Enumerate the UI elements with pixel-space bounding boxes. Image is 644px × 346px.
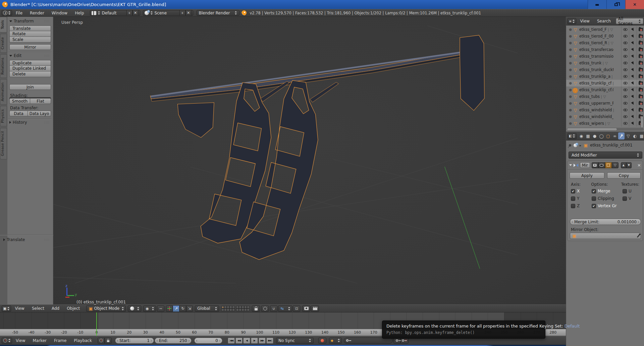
viewport-shading-select[interactable]	[128, 305, 141, 312]
layer-cell[interactable]	[224, 306, 227, 308]
delete-scene-button[interactable]: ✕	[185, 10, 192, 16]
axis-y-checkbox[interactable]	[571, 196, 575, 201]
shelf-tab-animation[interactable]: Animation	[0, 79, 7, 105]
expand-icon[interactable]: ⊕	[569, 61, 573, 65]
outliner-item-etkss_windshield[interactable]: ⊕▽etkss_windshield|	[566, 107, 644, 113]
translate-button[interactable]: Translate	[9, 25, 51, 31]
expand-icon[interactable]: ⊕	[569, 121, 573, 126]
outliner-item-etkss_trunk_ducktail[interactable]: ⊕▽etkss_trunk_ducktail	[566, 66, 644, 73]
visibility-toggle[interactable]	[621, 113, 629, 120]
renderability-toggle[interactable]	[637, 40, 644, 46]
world-tab[interactable]: ◯	[598, 132, 604, 139]
visibility-toggle[interactable]	[621, 53, 629, 60]
selectability-toggle[interactable]	[629, 120, 637, 127]
renderability-toggle[interactable]	[637, 60, 644, 66]
layers-grid-2[interactable]	[236, 306, 250, 311]
snap-target-button[interactable]: ⊡	[293, 305, 300, 312]
proportional-edit-button[interactable]	[261, 305, 269, 312]
outliner-item-etkss_transmission[interactable]: ⊕▽etkss_transmission	[566, 53, 644, 60]
scrollbar-thumb[interactable]	[567, 128, 617, 131]
object-name[interactable]: etkss_trunklip_cf.00	[579, 88, 613, 92]
expand-icon[interactable]: ⊕	[569, 108, 573, 112]
minimize-button[interactable]: ▬	[588, 0, 606, 9]
outliner-item-etkss_wipers[interactable]: ⊕▽etkss_wipers| ▽	[566, 120, 644, 127]
rotate-manipulator-button[interactable]: ↻	[179, 305, 186, 312]
expand-icon[interactable]: ⊕	[569, 95, 573, 99]
object-name[interactable]: etkss_tubs	[579, 94, 600, 99]
axis-x-checkbox[interactable]: ✔	[571, 189, 575, 193]
renderability-toggle[interactable]	[637, 73, 644, 80]
timeline-menu-marker[interactable]: Marker	[29, 336, 50, 345]
renderability-toggle[interactable]	[637, 46, 644, 53]
outliner-item-etkss_trunklip_cf[interactable]: ⊕▽etkss_trunklip_cf|	[566, 80, 644, 86]
object-name[interactable]: etkss_trunklip_a	[579, 74, 610, 79]
timeline-menu-frame[interactable]: Frame	[50, 336, 70, 345]
expand-icon[interactable]: ⊕	[569, 54, 573, 59]
object-name[interactable]: etkss_trunk	[579, 61, 601, 65]
layer-cell[interactable]	[236, 308, 239, 311]
editor-type-outliner-button[interactable]: ≡	[568, 18, 576, 24]
object-name[interactable]: etkss_tierod_R	[579, 41, 607, 45]
merge-limit-slider[interactable]: Merge Limit: 0.001000	[570, 219, 641, 225]
visibility-toggle[interactable]	[621, 120, 629, 127]
layer-cell[interactable]	[227, 308, 229, 311]
delete-layout-button[interactable]: ✕	[132, 10, 139, 16]
layer-cell[interactable]	[221, 306, 224, 308]
jump-to-end-button[interactable]: ▶▶|	[266, 338, 273, 344]
view3d-menu-select[interactable]: Select	[28, 305, 48, 312]
panel-drag-dots[interactable]: ::::	[44, 121, 50, 124]
expand-icon[interactable]: ⊕	[569, 48, 573, 52]
visibility-toggle[interactable]	[621, 33, 629, 40]
mode-select[interactable]: ▣ Object Mode	[86, 305, 126, 312]
view3d-menu-view[interactable]: View	[11, 305, 28, 312]
outliner-item-etkss_transfercase[interactable]: ⊕▽etkss_transfercase	[566, 46, 644, 53]
selectability-toggle[interactable]	[629, 40, 637, 46]
editor-type-properties-button[interactable]: ◧	[568, 133, 577, 139]
delete-button[interactable]: Delete	[9, 71, 51, 77]
visibility-toggle[interactable]	[621, 40, 629, 46]
screen-layout-select[interactable]: Default ＋ ✕	[90, 10, 140, 16]
layer-cell[interactable]	[247, 308, 250, 311]
object-name[interactable]: etkss_wipers	[579, 121, 604, 126]
panel-drag-dots[interactable]: ::::	[44, 19, 50, 23]
render-tab[interactable]: ◉	[578, 132, 584, 139]
renderability-toggle[interactable]	[637, 66, 644, 73]
info-menu-help[interactable]: Help	[71, 9, 88, 16]
layer-cell[interactable]	[236, 306, 239, 308]
outliner-item-etkss_tubs[interactable]: ⊕▽etkss_tubs| ▽	[566, 93, 644, 100]
duplicate-button[interactable]: Duplicate	[9, 60, 51, 66]
modifier-render-toggle[interactable]	[592, 162, 598, 168]
material-tab[interactable]: ◐	[632, 132, 638, 139]
renderability-toggle[interactable]	[637, 107, 644, 113]
show-seconds-button[interactable]	[98, 338, 105, 344]
layers-grid-1[interactable]	[222, 306, 235, 311]
object-name[interactable]: etkss_windshield	[579, 108, 612, 112]
modifier-name-field[interactable]: Mir	[580, 162, 590, 168]
renderability-toggle[interactable]	[637, 80, 644, 86]
shelf-tab-grease-pencil[interactable]: Grease Pencil	[0, 128, 7, 159]
eyedropper-icon[interactable]	[637, 234, 640, 237]
close-button[interactable]: ✕	[625, 0, 644, 9]
viewport-3d[interactable]: User Persp z y (0) etkss_trunklip_cf.001	[53, 17, 566, 304]
sync-select[interactable]: No Sync	[276, 338, 314, 344]
add-modifier-select[interactable]: Add Modifier	[569, 152, 642, 159]
expand-icon[interactable]: ⊕	[569, 81, 573, 85]
object-name[interactable]: etkss_transmission	[579, 54, 613, 59]
selectability-toggle[interactable]	[629, 60, 637, 66]
move-modifier-up-button[interactable]: ▲	[621, 162, 626, 168]
rotate-button[interactable]: Rotate	[9, 31, 51, 37]
expand-icon[interactable]: ⊕	[569, 68, 573, 72]
visibility-toggle[interactable]	[621, 73, 629, 80]
window-titlebar[interactable]: Blender* [C:\Users\mario\OneDrive\Docume…	[0, 0, 644, 9]
visibility-toggle[interactable]	[621, 93, 629, 100]
expand-icon[interactable]: ⊕	[569, 74, 573, 79]
record-button[interactable]	[318, 338, 326, 344]
horizontal-scrollbar[interactable]	[567, 128, 644, 131]
layer-cell[interactable]	[229, 306, 232, 308]
visibility-toggle[interactable]	[621, 46, 629, 53]
jump-to-start-button[interactable]: |◀◀	[228, 338, 235, 344]
info-menu-window[interactable]: Window	[48, 9, 71, 16]
copy-button[interactable]: Copy	[607, 172, 641, 179]
pin-icon[interactable]	[569, 143, 572, 147]
view3d-menu-object[interactable]: Object	[63, 305, 84, 312]
